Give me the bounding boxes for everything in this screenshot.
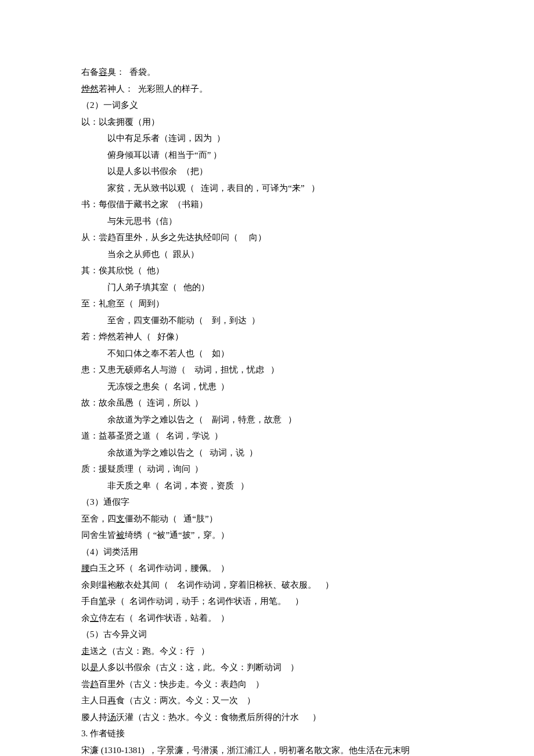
text: 名词作动词，动手；名词作状语，用笔。 [125, 596, 286, 606]
text: ） [316, 580, 334, 589]
text: ） [234, 481, 249, 490]
text-line: 走送之（古义：跑。今义：行 ） [64, 643, 470, 660]
text-line: 宋濂 (1310-1381) ，字景濂，号潜溪，浙江浦江人，明初著名散文家。他生… [64, 742, 470, 757]
text: ） [299, 712, 321, 722]
text-line: 当余之从师也（ 跟从） [64, 246, 470, 263]
text: ） [217, 613, 230, 623]
text: 名词作状语，站着。 [134, 613, 217, 623]
text: （古义：两次。今义：又一次 [125, 696, 238, 705]
text: 以中有足乐者 [107, 133, 160, 143]
text: 人多以书假余 [99, 663, 151, 672]
underlined-text: 腰 [81, 563, 90, 573]
text: 余故道为学之难以告之（ [107, 448, 203, 457]
text: 僵劲不能动（ [125, 514, 177, 523]
text-line: 余立侍左右（ 名词作状语，站着。 ） [64, 610, 470, 627]
text: 名词作动词，腰佩。 [134, 563, 217, 573]
text: 当余之从师也（ [107, 249, 168, 259]
text: 以 [81, 663, 90, 672]
text-line: （3）通假字 [64, 494, 470, 511]
text: （古义：这，此。今义：判断动词 [151, 663, 282, 672]
text-line: 以中有足乐者（连词，因为 ） [64, 130, 470, 147]
text: ） [194, 646, 210, 656]
text: 若：烨然若神人（ [81, 332, 151, 341]
text-line: 质：援疑质理（ 动词，询问 ） [64, 461, 470, 478]
text: 余 [81, 613, 90, 623]
text-line: 腰白玉之环（ 名词作动词，腰佩。 ） [64, 560, 470, 577]
text: （古义：热水。今义：食物煮后所得的汁水 [134, 712, 299, 722]
text: ） [282, 663, 299, 672]
text: 通“肢”） [177, 514, 218, 523]
document-content: 右备容臭： 香袋。 烨然若神人： 光彩照人的样子。 （2）一词多义 以：以衾拥覆… [64, 64, 470, 756]
text: 如） [203, 349, 229, 358]
text: （书籍） [168, 200, 208, 209]
text: ） [286, 596, 304, 606]
text: 从：尝趋百里外，从乡之先达执经叩问（ [81, 233, 238, 242]
text-line: 患：又患无硕师名人与游（ 动词，担忧，忧虑 ） [64, 361, 470, 378]
underlined-text: 烨然 [81, 84, 99, 93]
text: 名词，忧患 ） [168, 382, 229, 391]
text: 媵人持 [81, 712, 107, 722]
text: 以是人多以书假余 [107, 167, 177, 176]
underlined-text: 走 [81, 646, 90, 656]
text: 尝 [81, 679, 90, 689]
text: 到，到达 ） [203, 316, 260, 325]
underlined-text: 支 [116, 514, 125, 523]
text-line: 右备容臭： 香袋。 [64, 64, 470, 81]
text: 无冻馁之患矣（ [107, 382, 168, 391]
text: 他的） [177, 283, 210, 292]
text: ） [190, 464, 204, 473]
text: 家贫，无从致书以观（ [107, 183, 194, 193]
text: ） [244, 448, 258, 457]
underlined-text: 立 [90, 613, 99, 623]
text: ） [282, 415, 297, 424]
text: 其：俟其欣悦（ [81, 266, 142, 275]
text-line: 以是人多以书假余（古义：这，此。今义：判断动词 ） [64, 659, 470, 676]
text: （古义：跑。今义：行 [107, 646, 194, 656]
text: 同舍生皆 [81, 530, 116, 540]
text: （把） [177, 167, 208, 176]
text: 俯身倾耳以请 [107, 150, 160, 160]
text-line: 媵人持汤沃灌（古义：热水。今义：食物煮后所得的汁水 ） [64, 709, 470, 726]
text: 动词，说 [203, 448, 244, 457]
text: 以：以衾拥覆 [81, 117, 134, 126]
text: 道：益慕圣贤之道（ [81, 431, 160, 440]
text: 非天质之卑（ [107, 481, 160, 490]
text-line: 家贫，无从致书以观（ 连词，表目的，可译为“来” ） [64, 180, 470, 197]
text: 录（ [107, 596, 125, 606]
underlined-text: 汤 [107, 712, 116, 722]
text: 白玉之环（ [90, 563, 134, 573]
text: 沃灌 [116, 712, 134, 722]
text: 右备 [81, 67, 99, 77]
text: ，穿。） [194, 530, 229, 540]
underlined-text: 再 [107, 696, 116, 705]
text-line: 若：烨然若神人（ 好像） [64, 328, 470, 345]
underlined-text: 趋 [90, 679, 99, 689]
text-line: （2）一词多义 [64, 97, 470, 114]
text: 名词作动词，穿着旧棉袄、破衣服。 [168, 580, 316, 589]
text: 向） [238, 233, 266, 242]
text-line: 与朱元思书（信） [64, 213, 470, 230]
text: 连词，表目的，可译为“来” [194, 183, 305, 193]
text-line: 道：益慕圣贤之道（ 名词，学说 ） [64, 428, 470, 444]
text: 跟从） [168, 249, 199, 259]
underlined-text: 容 [99, 67, 107, 77]
text: 宋濂 (1310-1381) ，字景濂，号潜溪，浙江浦江人，明初著名散文家。他生… [81, 746, 410, 755]
text: 他） [142, 266, 164, 275]
text: 余故道为学之难以告之（ [107, 415, 203, 424]
text: 患：又患无硕师名人与游（ [81, 365, 186, 374]
text: 至舍，四 [81, 514, 116, 523]
document-page: 右备容臭： 香袋。 烨然若神人： 光彩照人的样子。 （2）一词多义 以：以衾拥覆… [0, 0, 534, 756]
text-line: 至舍，四支僵劲不能动（ 到，到达 ） [64, 312, 470, 329]
text: （信） [151, 216, 177, 226]
text: （连词，因为 ） [160, 133, 225, 143]
text: ） [238, 696, 255, 705]
text: ） [247, 679, 264, 689]
text-line: 余则缊袍敝衣处其间（ 名词作动词，穿着旧棉袄、破衣服。 ） [64, 577, 470, 594]
text: 动词，询问 [142, 464, 190, 473]
text: 绮绣（ [125, 530, 151, 540]
underlined-text: 是 [90, 663, 99, 672]
text: （用） [134, 117, 160, 126]
text-line: 故：故余虽愚（ 连词，所以 ） [64, 395, 470, 411]
text: 副词，特意，故意 [203, 415, 282, 424]
text: 与朱元思书 [107, 216, 151, 226]
